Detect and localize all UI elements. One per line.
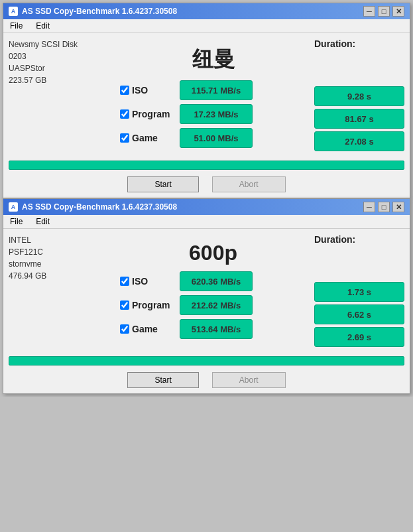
close-button[interactable]: ✕	[392, 6, 404, 17]
start-button[interactable]: Start	[127, 372, 198, 388]
disk-driver: stornvme	[9, 258, 108, 270]
test-checkbox-program[interactable]	[120, 300, 129, 310]
abort-button[interactable]: Abort	[212, 176, 286, 192]
disk-model: 0203	[9, 50, 108, 62]
speed-value-program: 17.23 MB/s	[180, 104, 253, 124]
disk-driver: UASPStor	[9, 62, 108, 74]
test-row: Game513.64 MB/s	[120, 318, 306, 340]
duration-value-program: 6.62 s	[314, 304, 404, 324]
maximize-button[interactable]: □	[378, 202, 390, 212]
test-row: Game51.00 MB/s	[120, 127, 306, 149]
start-button[interactable]: Start	[127, 176, 198, 192]
center-panel: 600p ISO620.36 MB/s Program212.62 MB/s G…	[115, 234, 312, 347]
window-1: A AS SSD Copy-Benchmark 1.6.4237.30508 ─…	[3, 3, 410, 198]
duration-rows: 9.28 s81.67 s27.08 s	[314, 86, 404, 151]
test-label-game[interactable]: Game	[120, 133, 180, 143]
disk-size: 223.57 GB	[9, 74, 108, 86]
disk-info-panel: INTEL PSF121C stornvme 476.94 GB	[9, 234, 115, 347]
duration-value-game: 2.69 s	[314, 327, 404, 347]
duration-panel: Duration:9.28 s81.67 s27.08 s	[312, 38, 404, 151]
center-panel: 纽曼 ISO115.71 MB/s Program17.23 MB/s Game…	[115, 38, 312, 151]
test-label-game[interactable]: Game	[120, 324, 180, 334]
big-value: 纽曼	[120, 38, 306, 77]
window-2: A AS SSD Copy-Benchmark 1.6.4237.30508 ─…	[3, 198, 410, 394]
test-label-program[interactable]: Program	[120, 300, 180, 310]
test-row: ISO620.36 MB/s	[120, 271, 306, 292]
close-button[interactable]: ✕	[392, 202, 404, 212]
speed-value-iso: 115.71 MB/s	[180, 80, 253, 100]
menu-item-edit[interactable]: Edit	[33, 216, 52, 227]
menu-bar: FileEdit	[3, 19, 410, 33]
main-content: Newsmy SCSI Disk 0203 UASPStor 223.57 GB…	[3, 33, 410, 157]
disk-info-panel: Newsmy SCSI Disk 0203 UASPStor 223.57 GB	[9, 38, 115, 151]
title-controls[interactable]: ─ □ ✕	[363, 6, 404, 17]
test-checkbox-iso[interactable]	[120, 86, 129, 95]
duration-header: Duration:	[314, 234, 404, 245]
app-icon: A	[9, 202, 18, 212]
duration-value-iso: 1.73 s	[314, 282, 404, 302]
title-bar: A AS SSD Copy-Benchmark 1.6.4237.30508 ─…	[3, 199, 410, 215]
menu-bar: FileEdit	[3, 215, 410, 229]
duration-rows: 1.73 s6.62 s2.69 s	[314, 282, 404, 347]
duration-value-game: 27.08 s	[314, 131, 404, 151]
speed-value-program: 212.62 MB/s	[180, 295, 253, 315]
test-checkbox-iso[interactable]	[120, 277, 129, 286]
abort-button[interactable]: Abort	[212, 372, 286, 388]
test-checkbox-game[interactable]	[120, 133, 129, 143]
window-title: AS SSD Copy-Benchmark 1.6.4237.30508	[22, 202, 177, 212]
minimize-button[interactable]: ─	[363, 202, 375, 212]
title-bar: A AS SSD Copy-Benchmark 1.6.4237.30508 ─…	[3, 3, 410, 19]
speed-rows: ISO115.71 MB/s Program17.23 MB/s Game51.…	[120, 80, 306, 149]
maximize-button[interactable]: □	[378, 6, 390, 17]
duration-panel: Duration:1.73 s6.62 s2.69 s	[312, 234, 404, 347]
big-value: 600p	[120, 234, 306, 268]
title-controls[interactable]: ─ □ ✕	[363, 202, 404, 212]
duration-value-program: 81.67 s	[314, 109, 404, 129]
minimize-button[interactable]: ─	[363, 6, 375, 17]
menu-item-edit[interactable]: Edit	[33, 21, 52, 31]
bottom-buttons: StartAbort	[3, 368, 410, 393]
speed-rows: ISO620.36 MB/s Program212.62 MB/s Game51…	[120, 271, 306, 340]
window-title: AS SSD Copy-Benchmark 1.6.4237.30508	[22, 7, 177, 16]
test-label-program[interactable]: Program	[120, 109, 180, 119]
bottom-buttons: StartAbort	[3, 172, 410, 198]
speed-value-game: 513.64 MB/s	[180, 319, 253, 339]
disk-name: Newsmy SCSI Disk	[9, 38, 108, 50]
test-row: Program212.62 MB/s	[120, 295, 306, 316]
app-icon: A	[9, 7, 18, 16]
duration-value-iso: 9.28 s	[314, 86, 404, 106]
test-row: Program17.23 MB/s	[120, 103, 306, 125]
disk-name: INTEL	[9, 234, 108, 246]
test-checkbox-program[interactable]	[120, 109, 129, 119]
title-bar-left: A AS SSD Copy-Benchmark 1.6.4237.30508	[9, 202, 177, 212]
speed-value-game: 51.00 MB/s	[180, 128, 253, 148]
test-checkbox-game[interactable]	[120, 324, 129, 334]
progress-bar	[9, 161, 404, 170]
test-label-iso[interactable]: ISO	[120, 85, 180, 96]
test-row: ISO115.71 MB/s	[120, 80, 306, 101]
menu-item-file[interactable]: File	[7, 21, 25, 31]
duration-header: Duration:	[314, 38, 404, 49]
disk-size: 476.94 GB	[9, 270, 108, 282]
disk-model: PSF121C	[9, 246, 108, 258]
progress-bar	[9, 356, 404, 366]
title-bar-left: A AS SSD Copy-Benchmark 1.6.4237.30508	[9, 7, 177, 16]
main-content: INTEL PSF121C stornvme 476.94 GB 600p IS…	[3, 229, 410, 352]
speed-value-iso: 620.36 MB/s	[180, 271, 253, 291]
menu-item-file[interactable]: File	[7, 216, 25, 227]
test-label-iso[interactable]: ISO	[120, 276, 180, 287]
